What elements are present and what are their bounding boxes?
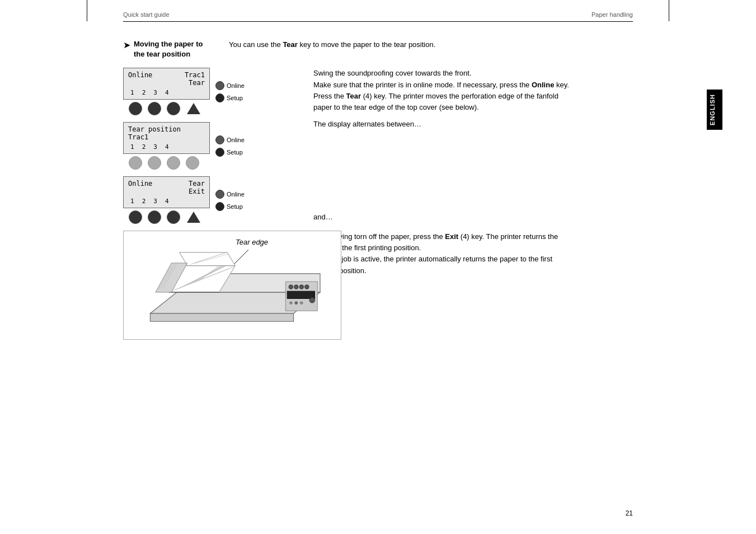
section-arrow-icon: ➤ <box>123 40 130 50</box>
and-line: and… <box>313 213 633 221</box>
btn-circle-3-3[interactable] <box>167 210 180 224</box>
lcd-wrapper-3: Online Tear Exit 1 2 3 4 <box>123 176 210 224</box>
svg-point-22 <box>305 285 309 289</box>
header-left: Quick start guide <box>123 11 170 18</box>
btn-triangle-3[interactable] <box>187 212 200 223</box>
lcd-3-line1: Online Tear <box>128 180 205 188</box>
lcd-3-line2: Exit <box>128 188 205 195</box>
header-right: Paper handling <box>591 11 633 18</box>
section-title: Moving the paper tothe tear position <box>134 39 229 59</box>
corner-line-right <box>669 0 669 21</box>
lcd-wrapper-2: Tear position Trac1 1 2 3 4 <box>123 122 210 170</box>
lcd-1-line2: Tear <box>128 79 205 87</box>
side-btn-online-1: Online <box>215 81 245 90</box>
lcd-1: Online Trac1 Tear 1 2 3 4 <box>123 68 210 100</box>
svg-point-21 <box>299 285 304 289</box>
side-panel-3: Online Setup <box>215 190 245 211</box>
btn-circle-2-4[interactable] <box>186 156 199 170</box>
text-block-1: Swing the soundproofing cover towards th… <box>313 68 633 113</box>
content-area: ➤ Moving the paper tothe tear position Y… <box>123 28 633 340</box>
btn-triangle-1[interactable] <box>187 103 200 114</box>
tear-edge-label: Tear edge <box>236 238 268 246</box>
text-display-alternates: The display alternates between… <box>313 119 633 130</box>
buttons-row-3 <box>129 210 210 224</box>
btn-circle-3-1[interactable] <box>129 210 142 224</box>
svg-point-27 <box>309 298 314 303</box>
lcd-2-line2: Trac1 <box>128 133 205 141</box>
side-btn-circle-setup-1[interactable] <box>215 93 224 102</box>
text-block-2: After having torn off the paper, press t… <box>313 231 633 277</box>
lcd-3-tear: Tear <box>189 180 205 188</box>
side-btn-setup-1: Setup <box>215 93 245 102</box>
diagrams-column: Online Trac1 Tear 1 2 3 4 <box>123 68 302 340</box>
btn-circle-1-1[interactable] <box>129 102 142 115</box>
side-btn-online-3: Online <box>215 190 245 199</box>
side-btn-setup-3: Setup <box>215 202 245 211</box>
display-panel-1: Online Trac1 Tear 1 2 3 4 <box>123 68 302 115</box>
btn-circle-1-3[interactable] <box>167 102 180 115</box>
text-column: Swing the soundproofing cover towards th… <box>302 68 633 340</box>
svg-point-20 <box>294 285 299 289</box>
lcd-1-online: Online <box>128 71 152 79</box>
lcd-1-trac1: Trac1 <box>185 71 205 79</box>
side-btn-label-online-1: Online <box>227 82 245 89</box>
section-intro: You can use the Tear key to move the pap… <box>229 39 633 50</box>
lcd-2-line1: Tear position <box>128 125 205 133</box>
side-btn-circle-online-2[interactable] <box>215 135 224 144</box>
side-panel-1: Online Setup <box>215 81 245 102</box>
lcd-2-numbers: 1 2 3 4 <box>130 143 205 151</box>
lcd-3-numbers: 1 2 3 4 <box>130 198 205 205</box>
buttons-row-1 <box>129 102 210 115</box>
side-btn-setup-2: Setup <box>215 148 245 157</box>
svg-point-24 <box>289 302 293 305</box>
side-btn-circle-setup-3[interactable] <box>215 202 224 211</box>
corner-line-left <box>87 0 87 21</box>
svg-point-19 <box>289 285 293 289</box>
lcd-2: Tear position Trac1 1 2 3 4 <box>123 122 210 154</box>
side-btn-label-online-2: Online <box>227 137 245 143</box>
svg-point-25 <box>294 302 298 305</box>
btn-circle-3-2[interactable] <box>148 210 161 224</box>
display-panel-2: Tear position Trac1 1 2 3 4 <box>123 122 302 170</box>
side-panel-2: Online Setup <box>215 135 245 157</box>
spacer-1 <box>313 135 633 208</box>
lcd-wrapper-1: Online Trac1 Tear 1 2 3 4 <box>123 68 210 115</box>
display-panel-3: Online Tear Exit 1 2 3 4 <box>123 176 302 224</box>
side-btn-circle-setup-2[interactable] <box>215 148 224 157</box>
page-number: 21 <box>626 509 633 517</box>
svg-point-26 <box>300 302 303 305</box>
svg-marker-2 <box>150 313 293 321</box>
spacer-2 <box>313 226 633 231</box>
buttons-row-2 <box>129 156 210 170</box>
lcd-1-numbers: 1 2 3 4 <box>130 89 205 96</box>
btn-circle-2-1[interactable] <box>129 156 142 170</box>
lcd-3: Online Tear Exit 1 2 3 4 <box>123 176 210 208</box>
english-sidebar: ENGLISH <box>707 90 722 130</box>
btn-circle-2-3[interactable] <box>167 156 180 170</box>
side-btn-label-setup-2: Setup <box>227 149 243 156</box>
side-btn-circle-online-3[interactable] <box>215 190 224 199</box>
btn-circle-1-2[interactable] <box>148 102 161 115</box>
side-btn-online-2: Online <box>215 135 245 144</box>
side-btn-label-online-3: Online <box>227 191 245 198</box>
btn-circle-2-2[interactable] <box>148 156 161 170</box>
svg-rect-23 <box>287 292 314 299</box>
lcd-3-online: Online <box>128 180 152 188</box>
side-btn-label-setup-1: Setup <box>227 95 243 101</box>
page: Quick start guide Paper handling ENGLISH… <box>0 0 756 534</box>
section-heading: ➤ Moving the paper tothe tear position Y… <box>123 39 633 59</box>
side-btn-label-setup-3: Setup <box>227 203 243 210</box>
printer-svg <box>124 231 331 335</box>
lcd-2-tearpos: Tear position <box>128 125 181 133</box>
main-content: Online Trac1 Tear 1 2 3 4 <box>123 68 633 340</box>
lcd-1-line1: Online Trac1 <box>128 71 205 79</box>
tear-edge-diagram: Tear edge <box>123 231 341 340</box>
side-btn-circle-online-1[interactable] <box>215 81 224 90</box>
top-rule <box>123 21 633 22</box>
